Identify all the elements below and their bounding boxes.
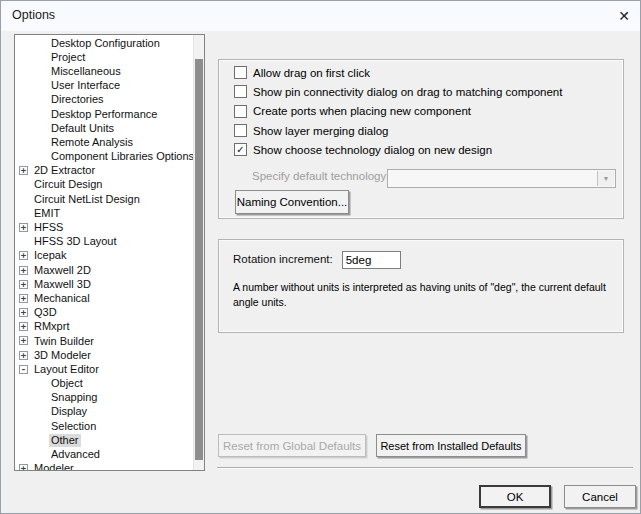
tree-item[interactable]: Project — [15, 50, 192, 64]
tree-item-label: Layout Editor — [32, 363, 101, 376]
tree-item[interactable]: + Twin Builder — [15, 334, 192, 348]
tree-item[interactable]: Selection — [15, 419, 192, 433]
checkbox-label: Create ports when placing new component — [253, 105, 471, 117]
tree-item[interactable]: Advanced — [15, 447, 192, 461]
tree-item[interactable]: Miscellaneous — [15, 64, 192, 78]
tree-expander-icon[interactable]: + — [19, 464, 28, 471]
cancel-button[interactable]: Cancel — [564, 485, 636, 508]
tree-item[interactable]: + Mechanical — [15, 291, 192, 305]
reset-installed-defaults-button[interactable]: Reset from Installed Defaults — [376, 434, 526, 457]
tree-item-label: Maxwell 2D — [32, 264, 93, 277]
naming-convention-button[interactable]: Naming Convention... — [235, 190, 349, 214]
tree-expander-icon[interactable]: - — [19, 365, 28, 374]
tree-item[interactable]: + Q3D — [15, 306, 192, 320]
tree-item-label: Snapping — [49, 391, 100, 404]
tree-item[interactable]: Other — [15, 433, 192, 447]
tree-item-label: 3D Modeler — [32, 349, 93, 362]
tree-item[interactable]: EMIT — [15, 206, 192, 220]
tree-item-label: Circuit Design — [32, 178, 104, 191]
tree-item[interactable]: Desktop Configuration — [15, 36, 192, 50]
tree-expander-icon[interactable]: + — [19, 266, 28, 275]
tree-item[interactable]: Circuit Design — [15, 178, 192, 192]
checkbox-row[interactable]: Allow drag on first click — [219, 63, 623, 82]
tree-item[interactable]: Remote Analysis — [15, 135, 192, 149]
tree-expander-icon[interactable]: + — [19, 308, 28, 317]
tree-item[interactable]: + 2D Extractor — [15, 164, 192, 178]
checkbox-row[interactable]: Show pin connectivity dialog on drag to … — [219, 82, 623, 101]
tree-scrollbar-thumb[interactable] — [195, 59, 203, 460]
rotation-increment-label: Rotation increment: — [233, 250, 333, 269]
tree-item-label: Desktop Configuration — [49, 37, 162, 50]
note-line-2: angle units. — [233, 295, 606, 310]
tree-item-label: Advanced — [49, 448, 102, 461]
tree-item[interactable]: Circuit NetList Design — [15, 192, 192, 206]
checkbox-list: Allow drag on first click Show pin conne… — [219, 63, 623, 159]
title-bar: Options ✕ — [1, 1, 640, 31]
tree-item-label: Object — [49, 377, 85, 390]
default-technology-combobox[interactable]: ▼ — [387, 169, 616, 188]
tree-item[interactable]: Snapping — [15, 391, 192, 405]
tree-expander-icon[interactable]: + — [19, 223, 28, 232]
tree-item[interactable]: HFSS 3D Layout — [15, 235, 192, 249]
tree-item-label: HFSS 3D Layout — [32, 235, 119, 248]
checkbox-row[interactable]: Show layer merging dialog — [219, 121, 623, 140]
close-button[interactable]: ✕ — [608, 2, 640, 29]
tree-item-label: RMxprt — [32, 320, 71, 333]
checkbox-icon[interactable] — [234, 124, 247, 137]
checkbox-label: Show choose technology dialog on new des… — [253, 144, 492, 156]
tree-item-label: Desktop Performance — [49, 108, 159, 121]
rotation-increment-group: Rotation increment: A number without uni… — [218, 239, 624, 333]
checkbox-row[interactable]: Create ports when placing new component — [219, 102, 623, 121]
tree-rows: Desktop Configuration Project Miscellane… — [15, 36, 192, 471]
tree-item-label: Q3D — [32, 306, 59, 319]
tree-item-label: Circuit NetList Design — [32, 193, 142, 206]
tree-item[interactable]: Object — [15, 377, 192, 391]
tree-item[interactable]: + Icepak — [15, 249, 192, 263]
default-technology-label: Specify default technology: — [252, 166, 389, 186]
options-category-tree[interactable]: Desktop Configuration Project Miscellane… — [14, 34, 205, 471]
ok-button[interactable]: OK — [479, 485, 551, 508]
tree-item-label: Twin Builder — [32, 335, 96, 348]
checkbox-icon[interactable]: ✓ — [234, 143, 247, 156]
tree-item[interactable]: - Layout Editor — [15, 362, 192, 376]
tree-item-label: Maxwell 3D — [32, 278, 93, 291]
tree-item-label: Selection — [49, 420, 98, 433]
checkbox-label: Allow drag on first click — [253, 67, 370, 79]
checkbox-row[interactable]: ✓ Show choose technology dialog on new d… — [219, 140, 623, 159]
checkbox-label: Show layer merging dialog — [253, 125, 389, 137]
tree-expander-icon[interactable]: + — [19, 280, 28, 289]
tree-item-label: HFSS — [32, 221, 65, 234]
tree-item[interactable]: Desktop Performance — [15, 107, 192, 121]
tree-expander-icon[interactable]: + — [19, 251, 28, 260]
tree-item[interactable]: + 3D Modeler — [15, 348, 192, 362]
tree-expander-icon[interactable]: + — [19, 351, 28, 360]
tree-scrollbar[interactable] — [193, 35, 204, 470]
tree-item[interactable]: Display — [15, 405, 192, 419]
tree-expander-icon[interactable]: + — [19, 294, 28, 303]
tree-item-label: Default Units — [49, 122, 116, 135]
tree-item[interactable]: User Interface — [15, 79, 192, 93]
checkbox-icon[interactable] — [234, 66, 247, 79]
tree-item-label: Other — [49, 434, 81, 447]
tree-item-label: EMIT — [32, 207, 62, 220]
tree-expander-icon[interactable]: + — [19, 336, 28, 345]
checkbox-icon[interactable] — [234, 105, 247, 118]
window-title: Options — [12, 8, 55, 22]
rotation-increment-input[interactable] — [342, 251, 401, 269]
tree-item[interactable]: Component Libraries Options — [15, 150, 192, 164]
tree-item[interactable]: + Maxwell 3D — [15, 277, 192, 291]
reset-global-defaults-button: Reset from Global Defaults — [218, 434, 366, 457]
tree-item[interactable]: + RMxprt — [15, 320, 192, 334]
checkbox-icon[interactable] — [234, 85, 247, 98]
tree-item[interactable]: Directories — [15, 93, 192, 107]
chevron-down-icon[interactable]: ▼ — [597, 171, 614, 186]
tree-item-label: 2D Extractor — [32, 164, 97, 177]
rotation-increment-note: A number without units is interpreted as… — [233, 280, 606, 309]
tree-expander-icon[interactable]: + — [19, 322, 28, 331]
options-dialog: Options ✕ Desktop Configuration Project … — [0, 0, 641, 514]
tree-item[interactable]: + Maxwell 2D — [15, 263, 192, 277]
tree-expander-icon[interactable]: + — [19, 166, 28, 175]
tree-item[interactable]: Default Units — [15, 121, 192, 135]
tree-item[interactable]: + Modeler — [15, 462, 192, 471]
tree-item[interactable]: + HFSS — [15, 220, 192, 234]
